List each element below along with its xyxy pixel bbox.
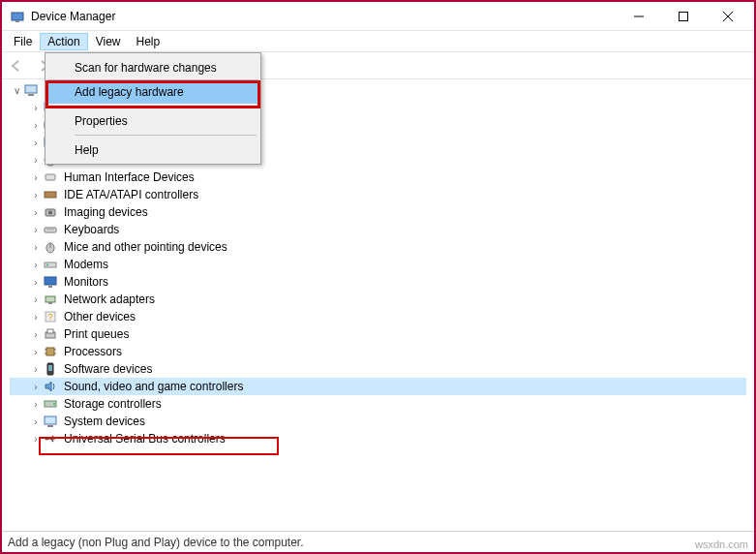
expand-arrow[interactable]: › [29, 260, 43, 270]
statusbar: Add a legacy (non Plug and Play) device … [2, 531, 754, 552]
expand-arrow[interactable]: › [29, 294, 43, 305]
expand-arrow[interactable]: › [29, 312, 43, 323]
expand-arrow[interactable]: › [29, 138, 43, 148]
device-category[interactable]: ›Network adapters [10, 291, 746, 308]
menu-file[interactable]: File [6, 33, 40, 50]
expand-arrow[interactable]: › [29, 155, 43, 166]
device-label: System devices [64, 415, 145, 428]
device-icon [43, 274, 58, 290]
device-label: Print queues [64, 327, 129, 341]
device-icon [43, 379, 58, 394]
device-icon [43, 187, 58, 202]
device-label: Sound, video and game controllers [64, 380, 243, 393]
device-label: Mice and other pointing devices [64, 240, 227, 254]
device-category[interactable]: ›Mice and other pointing devices [10, 238, 746, 256]
device-label: Network adapters [64, 292, 155, 306]
svg-rect-1 [15, 20, 19, 22]
expand-arrow[interactable]: › [29, 416, 43, 427]
device-label: Modems [64, 258, 108, 271]
back-button[interactable] [6, 55, 27, 77]
device-category[interactable]: ›IDE ATA/ATAPI controllers [10, 186, 746, 203]
menu-separator [75, 135, 257, 136]
expand-arrow[interactable]: › [29, 120, 43, 131]
expand-arrow[interactable]: › [29, 103, 43, 113]
device-icon [43, 326, 58, 342]
watermark: wsxdn.com [695, 539, 748, 550]
svg-rect-3 [680, 12, 688, 20]
device-category[interactable]: ›Universal Serial Bus controllers [10, 430, 746, 447]
menu-action[interactable]: Action [40, 33, 87, 50]
expand-arrow[interactable]: › [29, 207, 43, 218]
device-category[interactable]: ›Imaging devices [10, 203, 746, 221]
device-category[interactable]: ›Keyboards [10, 221, 746, 238]
expand-arrow[interactable]: › [29, 277, 43, 288]
device-icon [43, 169, 58, 185]
device-category[interactable]: ›Software devices [10, 360, 746, 378]
device-icon [43, 239, 58, 255]
expand-arrow[interactable]: › [29, 190, 43, 200]
svg-rect-40 [48, 365, 52, 371]
expand-arrow[interactable]: › [29, 364, 43, 375]
svg-text:?: ? [47, 312, 52, 322]
device-label: Imaging devices [64, 205, 148, 219]
device-category[interactable]: ›Human Interface Devices [10, 169, 746, 186]
svg-rect-29 [48, 302, 52, 304]
menubar: File Action View Help [2, 31, 754, 52]
menu-add-legacy[interactable]: Add legacy hardware [47, 79, 258, 104]
expand-arrow[interactable]: › [29, 382, 43, 392]
device-icon [43, 396, 58, 412]
device-category[interactable]: ›System devices [10, 413, 746, 430]
svg-rect-34 [46, 348, 54, 355]
expand-arrow[interactable]: › [29, 347, 43, 357]
svg-rect-16 [45, 174, 55, 180]
device-label: Storage controllers [64, 397, 162, 411]
menu-help[interactable]: Help [47, 138, 258, 162]
app-icon [10, 9, 25, 24]
device-category[interactable]: ›Modems [10, 256, 746, 273]
svg-rect-0 [12, 13, 23, 20]
expand-arrow[interactable]: › [29, 329, 43, 340]
menu-separator [75, 106, 257, 107]
svg-rect-43 [45, 416, 56, 424]
svg-rect-24 [45, 262, 56, 267]
device-label: Software devices [64, 362, 152, 376]
svg-rect-6 [25, 85, 37, 93]
expand-arrow[interactable]: › [29, 242, 43, 253]
device-label: Processors [64, 345, 122, 358]
expand-arrow[interactable]: ∨ [10, 85, 23, 96]
device-category[interactable]: ›?Other devices [10, 308, 746, 325]
svg-rect-27 [48, 286, 52, 288]
menu-help[interactable]: Help [129, 33, 168, 50]
expand-arrow[interactable]: › [29, 172, 43, 183]
svg-point-25 [46, 264, 48, 266]
expand-arrow[interactable]: › [29, 399, 43, 410]
device-category[interactable]: ›Sound, video and game controllers [10, 378, 746, 395]
device-category[interactable]: ›Print queues [10, 325, 746, 343]
device-icon [43, 361, 58, 377]
close-button[interactable] [706, 3, 750, 30]
expand-arrow[interactable]: › [29, 434, 43, 445]
expand-arrow[interactable]: › [29, 225, 43, 235]
menu-view[interactable]: View [88, 33, 129, 50]
svg-point-42 [53, 403, 55, 405]
window-title: Device Manager [31, 10, 617, 23]
menu-scan-hardware[interactable]: Scan for hardware changes [47, 55, 258, 79]
action-dropdown: Scan for hardware changes Add legacy har… [45, 52, 261, 165]
computer-icon [23, 82, 39, 98]
minimize-button[interactable] [617, 3, 661, 30]
svg-rect-33 [47, 329, 53, 333]
device-category[interactable]: ›Processors [10, 343, 746, 360]
titlebar: Device Manager [2, 2, 754, 31]
svg-rect-26 [45, 277, 56, 285]
device-icon [43, 292, 58, 307]
svg-rect-17 [45, 192, 56, 198]
menu-properties[interactable]: Properties [47, 108, 258, 133]
device-category[interactable]: ›Storage controllers [10, 395, 746, 413]
svg-rect-7 [28, 94, 34, 96]
device-label: Keyboards [64, 223, 119, 236]
device-category[interactable]: ›Monitors [10, 273, 746, 291]
device-icon: ? [43, 309, 58, 324]
maximize-button[interactable] [661, 3, 706, 30]
device-label: Monitors [64, 275, 108, 289]
device-icon [43, 414, 58, 429]
